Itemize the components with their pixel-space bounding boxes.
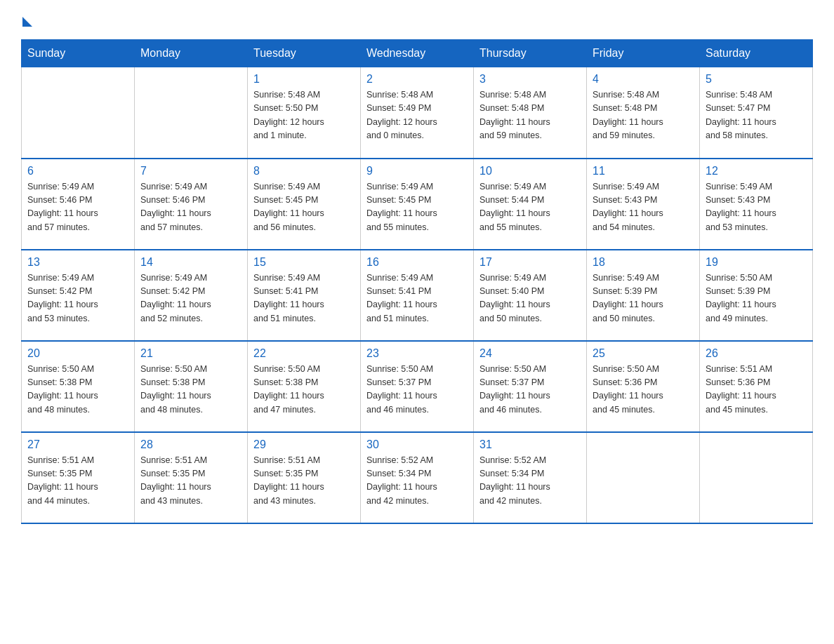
day-info: Sunrise: 5:49 AM Sunset: 5:41 PM Dayligh…: [253, 271, 355, 326]
calendar-header-row: SundayMondayTuesdayWednesdayThursdayFrid…: [22, 40, 813, 67]
calendar-cell: 1Sunrise: 5:48 AM Sunset: 5:50 PM Daylig…: [248, 67, 361, 159]
day-number: 12: [706, 165, 807, 177]
day-number: 5: [706, 73, 807, 86]
day-number: 17: [479, 256, 581, 269]
day-info: Sunrise: 5:49 AM Sunset: 5:39 PM Dayligh…: [593, 271, 694, 326]
calendar-cell: 16Sunrise: 5:49 AM Sunset: 5:41 PM Dayli…: [361, 250, 474, 341]
day-number: 8: [253, 165, 355, 177]
calendar-cell: 6Sunrise: 5:49 AM Sunset: 5:46 PM Daylig…: [22, 159, 135, 250]
day-number: 27: [27, 438, 128, 451]
day-info: Sunrise: 5:49 AM Sunset: 5:46 PM Dayligh…: [27, 180, 128, 235]
day-number: 21: [140, 347, 241, 360]
day-info: Sunrise: 5:49 AM Sunset: 5:42 PM Dayligh…: [27, 271, 128, 326]
day-number: 1: [253, 73, 355, 86]
day-info: Sunrise: 5:48 AM Sunset: 5:48 PM Dayligh…: [479, 88, 581, 143]
day-number: 18: [593, 256, 694, 269]
header-sunday: Sunday: [22, 40, 135, 67]
day-number: 31: [479, 438, 581, 451]
calendar-cell: 12Sunrise: 5:49 AM Sunset: 5:43 PM Dayli…: [700, 159, 813, 250]
day-info: Sunrise: 5:49 AM Sunset: 5:43 PM Dayligh…: [706, 180, 807, 235]
day-info: Sunrise: 5:51 AM Sunset: 5:35 PM Dayligh…: [27, 454, 128, 509]
day-info: Sunrise: 5:49 AM Sunset: 5:42 PM Dayligh…: [140, 271, 241, 326]
day-info: Sunrise: 5:52 AM Sunset: 5:34 PM Dayligh…: [479, 454, 581, 509]
logo-arrow-icon: [22, 17, 32, 27]
header-thursday: Thursday: [474, 40, 587, 67]
calendar-week-row: 6Sunrise: 5:49 AM Sunset: 5:46 PM Daylig…: [22, 159, 813, 250]
day-info: Sunrise: 5:48 AM Sunset: 5:49 PM Dayligh…: [366, 88, 468, 143]
day-number: 25: [593, 347, 694, 360]
day-info: Sunrise: 5:49 AM Sunset: 5:45 PM Dayligh…: [253, 180, 355, 235]
day-info: Sunrise: 5:50 AM Sunset: 5:37 PM Dayligh…: [479, 363, 581, 417]
calendar-cell: [587, 432, 700, 523]
day-info: Sunrise: 5:50 AM Sunset: 5:39 PM Dayligh…: [706, 271, 807, 326]
day-info: Sunrise: 5:48 AM Sunset: 5:50 PM Dayligh…: [253, 88, 355, 143]
day-number: 10: [479, 165, 581, 177]
day-number: 22: [253, 347, 355, 360]
calendar-cell: 14Sunrise: 5:49 AM Sunset: 5:42 PM Dayli…: [135, 250, 248, 341]
day-number: 9: [366, 165, 468, 177]
calendar-cell: 28Sunrise: 5:51 AM Sunset: 5:35 PM Dayli…: [135, 432, 248, 523]
day-number: 28: [140, 438, 241, 451]
day-info: Sunrise: 5:49 AM Sunset: 5:46 PM Dayligh…: [140, 180, 241, 235]
calendar-week-row: 1Sunrise: 5:48 AM Sunset: 5:50 PM Daylig…: [22, 67, 813, 159]
day-info: Sunrise: 5:49 AM Sunset: 5:41 PM Dayligh…: [366, 271, 468, 326]
calendar-cell: 9Sunrise: 5:49 AM Sunset: 5:45 PM Daylig…: [361, 159, 474, 250]
calendar-cell: 29Sunrise: 5:51 AM Sunset: 5:35 PM Dayli…: [248, 432, 361, 523]
day-info: Sunrise: 5:50 AM Sunset: 5:37 PM Dayligh…: [366, 363, 468, 417]
day-number: 30: [366, 438, 468, 451]
day-info: Sunrise: 5:48 AM Sunset: 5:48 PM Dayligh…: [593, 88, 694, 143]
calendar-cell: 25Sunrise: 5:50 AM Sunset: 5:36 PM Dayli…: [587, 341, 700, 432]
day-info: Sunrise: 5:51 AM Sunset: 5:36 PM Dayligh…: [706, 363, 807, 417]
day-number: 11: [593, 165, 694, 177]
day-info: Sunrise: 5:49 AM Sunset: 5:40 PM Dayligh…: [479, 271, 581, 326]
day-info: Sunrise: 5:50 AM Sunset: 5:38 PM Dayligh…: [140, 363, 241, 417]
day-number: 23: [366, 347, 468, 360]
day-number: 20: [27, 347, 128, 360]
calendar-cell: 19Sunrise: 5:50 AM Sunset: 5:39 PM Dayli…: [700, 250, 813, 341]
day-number: 19: [706, 256, 807, 269]
day-number: 15: [253, 256, 355, 269]
calendar-cell: 13Sunrise: 5:49 AM Sunset: 5:42 PM Dayli…: [22, 250, 135, 341]
day-number: 2: [366, 73, 468, 86]
calendar-cell: 23Sunrise: 5:50 AM Sunset: 5:37 PM Dayli…: [361, 341, 474, 432]
calendar-cell: 24Sunrise: 5:50 AM Sunset: 5:37 PM Dayli…: [474, 341, 587, 432]
day-number: 14: [140, 256, 241, 269]
day-number: 13: [27, 256, 128, 269]
day-number: 26: [706, 347, 807, 360]
calendar-cell: 31Sunrise: 5:52 AM Sunset: 5:34 PM Dayli…: [474, 432, 587, 523]
calendar-cell: 18Sunrise: 5:49 AM Sunset: 5:39 PM Dayli…: [587, 250, 700, 341]
day-info: Sunrise: 5:50 AM Sunset: 5:38 PM Dayligh…: [253, 363, 355, 417]
calendar-cell: [22, 67, 135, 159]
day-number: 16: [366, 256, 468, 269]
day-number: 29: [253, 438, 355, 451]
calendar-cell: [135, 67, 248, 159]
calendar-cell: 30Sunrise: 5:52 AM Sunset: 5:34 PM Dayli…: [361, 432, 474, 523]
header-wednesday: Wednesday: [361, 40, 474, 67]
calendar-cell: 2Sunrise: 5:48 AM Sunset: 5:49 PM Daylig…: [361, 67, 474, 159]
calendar-cell: 5Sunrise: 5:48 AM Sunset: 5:47 PM Daylig…: [700, 67, 813, 159]
calendar-cell: 11Sunrise: 5:49 AM Sunset: 5:43 PM Dayli…: [587, 159, 700, 250]
day-info: Sunrise: 5:51 AM Sunset: 5:35 PM Dayligh…: [253, 454, 355, 509]
calendar-week-row: 20Sunrise: 5:50 AM Sunset: 5:38 PM Dayli…: [22, 341, 813, 432]
calendar-cell: 3Sunrise: 5:48 AM Sunset: 5:48 PM Daylig…: [474, 67, 587, 159]
day-number: 7: [140, 165, 241, 177]
calendar-cell: 20Sunrise: 5:50 AM Sunset: 5:38 PM Dayli…: [22, 341, 135, 432]
day-number: 3: [479, 73, 581, 86]
day-info: Sunrise: 5:50 AM Sunset: 5:38 PM Dayligh…: [27, 363, 128, 417]
calendar-cell: 26Sunrise: 5:51 AM Sunset: 5:36 PM Dayli…: [700, 341, 813, 432]
day-info: Sunrise: 5:49 AM Sunset: 5:45 PM Dayligh…: [366, 180, 468, 235]
calendar-cell: 22Sunrise: 5:50 AM Sunset: 5:38 PM Dayli…: [248, 341, 361, 432]
calendar-week-row: 13Sunrise: 5:49 AM Sunset: 5:42 PM Dayli…: [22, 250, 813, 341]
calendar-table: SundayMondayTuesdayWednesdayThursdayFrid…: [21, 39, 813, 524]
calendar-cell: 15Sunrise: 5:49 AM Sunset: 5:41 PM Dayli…: [248, 250, 361, 341]
day-info: Sunrise: 5:49 AM Sunset: 5:44 PM Dayligh…: [479, 180, 581, 235]
calendar-cell: 7Sunrise: 5:49 AM Sunset: 5:46 PM Daylig…: [135, 159, 248, 250]
calendar-cell: 21Sunrise: 5:50 AM Sunset: 5:38 PM Dayli…: [135, 341, 248, 432]
header-friday: Friday: [587, 40, 700, 67]
calendar-cell: 4Sunrise: 5:48 AM Sunset: 5:48 PM Daylig…: [587, 67, 700, 159]
day-number: 4: [593, 73, 694, 86]
day-number: 24: [479, 347, 581, 360]
day-info: Sunrise: 5:50 AM Sunset: 5:36 PM Dayligh…: [593, 363, 694, 417]
day-number: 6: [27, 165, 128, 177]
header-monday: Monday: [135, 40, 248, 67]
